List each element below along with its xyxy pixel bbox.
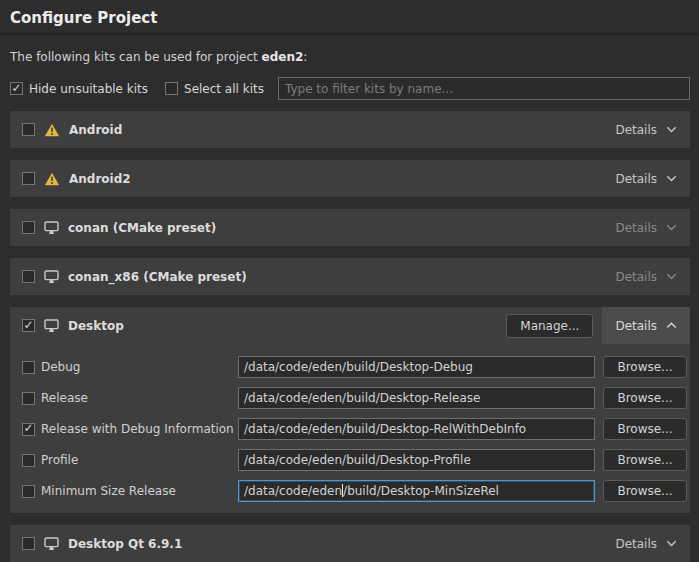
desktop-icon	[44, 221, 59, 235]
build-dir-input[interactable]: /data/code/eden/build/Desktop-Profile	[238, 449, 595, 471]
desktop-icon	[44, 319, 59, 333]
kit-checkbox[interactable]	[22, 270, 35, 283]
chevron-down-icon	[666, 175, 677, 182]
page-title: Configure Project	[10, 9, 689, 27]
details-label: Details	[615, 172, 657, 186]
config-checkbox[interactable]	[22, 361, 35, 374]
select-all-label: Select all kits	[184, 82, 264, 96]
warning-icon	[44, 172, 60, 186]
kit-header: conan_x86 (CMake preset) Details	[10, 258, 690, 295]
kit-name: conan_x86 (CMake preset)	[68, 270, 247, 284]
build-config-list: Debug /data/code/eden/build/Desktop-Debu…	[10, 344, 690, 513]
details-toggle[interactable]: Details	[602, 525, 690, 562]
kit-header: conan (CMake preset) Details	[10, 209, 690, 246]
manage-button[interactable]: Manage...	[506, 314, 593, 338]
kit-checkbox[interactable]	[22, 319, 35, 332]
details-label: Details	[615, 270, 657, 284]
kit-header: Android2 Details	[10, 160, 690, 197]
details-toggle[interactable]: Details	[602, 111, 690, 148]
chevron-down-icon	[666, 224, 677, 231]
build-config-row-debug: Debug /data/code/eden/build/Desktop-Debu…	[22, 356, 687, 378]
kit-row-desktop-qt: Desktop Qt 6.9.1 Details	[10, 525, 690, 562]
warning-icon	[44, 123, 60, 137]
config-label: Minimum Size Release	[41, 484, 238, 498]
hide-unsuitable-kits-option[interactable]: Hide unsuitable kits	[10, 82, 148, 96]
kit-row-conan-x86: conan_x86 (CMake preset) Details	[10, 258, 690, 295]
chevron-up-icon	[666, 322, 677, 329]
browse-button[interactable]: Browse...	[603, 449, 687, 471]
build-config-row-minsizerel: Minimum Size Release /data/code/eden/bui…	[22, 480, 687, 502]
config-checkbox[interactable]	[22, 454, 35, 467]
details-toggle[interactable]: Details	[602, 160, 690, 197]
details-label: Details	[615, 221, 657, 235]
kit-name: Android2	[69, 172, 131, 186]
config-label: Release with Debug Information	[41, 422, 238, 436]
kit-name: Desktop Qt 6.9.1	[68, 537, 182, 551]
kit-filter-toolbar: Hide unsuitable kits Select all kits	[10, 77, 690, 100]
kit-name: Android	[69, 123, 122, 137]
kit-name: Desktop	[68, 319, 124, 333]
page-header: Configure Project	[0, 0, 699, 35]
build-dir-input[interactable]: /data/code/eden/build/Desktop-Debug	[238, 356, 595, 378]
kit-filter-input[interactable]	[278, 77, 690, 100]
details-toggle[interactable]: Details	[602, 258, 690, 295]
config-checkbox[interactable]	[22, 392, 35, 405]
build-config-row-release: Release /data/code/eden/build/Desktop-Re…	[22, 387, 687, 409]
kit-row-desktop: Desktop Manage... Details Debug /data/co…	[10, 307, 690, 513]
select-all-kits-option[interactable]: Select all kits	[165, 82, 264, 96]
intro-suffix: :	[303, 50, 307, 64]
details-label: Details	[615, 123, 657, 137]
details-label: Details	[615, 319, 657, 333]
kit-checkbox[interactable]	[22, 221, 35, 234]
path-text: /build/Desktop-MinSizeRel	[343, 484, 499, 498]
build-config-row-relwithdebinfo: Release with Debug Information /data/cod…	[22, 418, 687, 440]
kit-checkbox[interactable]	[22, 172, 35, 185]
kit-name: conan (CMake preset)	[68, 221, 216, 235]
browse-button[interactable]: Browse...	[603, 356, 687, 378]
intro-prefix: The following kits can be used for proje…	[10, 50, 262, 64]
build-dir-input[interactable]: /data/code/eden/build/Desktop-RelWithDeb…	[238, 418, 595, 440]
details-toggle[interactable]: Details	[602, 307, 690, 344]
desktop-icon	[44, 270, 59, 284]
intro-text: The following kits can be used for proje…	[10, 50, 689, 64]
browse-button[interactable]: Browse...	[603, 480, 687, 502]
kit-header: Desktop Manage... Details	[10, 307, 690, 344]
path-text: /data/code/eden	[244, 484, 342, 498]
build-config-row-profile: Profile /data/code/eden/build/Desktop-Pr…	[22, 449, 687, 471]
kit-checkbox[interactable]	[22, 123, 35, 136]
kit-header: Desktop Qt 6.9.1 Details	[10, 525, 690, 562]
kit-header: Android Details	[10, 111, 690, 148]
config-checkbox[interactable]	[22, 423, 35, 436]
details-label: Details	[615, 537, 657, 551]
config-label: Profile	[41, 453, 238, 467]
kit-row-android2: Android2 Details	[10, 160, 690, 197]
config-checkbox[interactable]	[22, 485, 35, 498]
browse-button[interactable]: Browse...	[603, 418, 687, 440]
hide-unsuitable-checkbox[interactable]	[10, 82, 23, 95]
kit-checkbox[interactable]	[22, 537, 35, 550]
project-name: eden2	[262, 50, 304, 64]
details-toggle[interactable]: Details	[602, 209, 690, 246]
select-all-checkbox[interactable]	[165, 82, 178, 95]
chevron-down-icon	[666, 126, 677, 133]
chevron-down-icon	[666, 273, 677, 280]
build-dir-input-focused[interactable]: /data/code/eden/build/Desktop-MinSizeRel	[238, 480, 595, 502]
hide-unsuitable-label: Hide unsuitable kits	[29, 82, 148, 96]
desktop-icon	[44, 537, 59, 551]
config-label: Debug	[41, 360, 238, 374]
kit-row-android: Android Details	[10, 111, 690, 148]
chevron-down-icon	[666, 540, 677, 547]
config-label: Release	[41, 391, 238, 405]
kit-row-conan: conan (CMake preset) Details	[10, 209, 690, 246]
kit-list: Android Details Android2 Details	[10, 111, 690, 562]
browse-button[interactable]: Browse...	[603, 387, 687, 409]
build-dir-input[interactable]: /data/code/eden/build/Desktop-Release	[238, 387, 595, 409]
